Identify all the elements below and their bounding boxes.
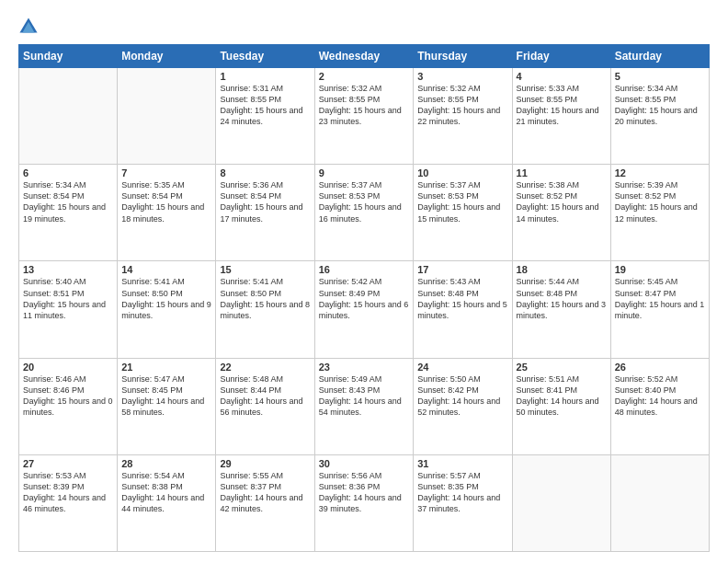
- calendar-cell: [610, 454, 709, 551]
- calendar-cell: 14Sunrise: 5:41 AM Sunset: 8:50 PM Dayli…: [118, 261, 216, 358]
- day-info: Sunrise: 5:37 AM Sunset: 8:53 PM Dayligh…: [319, 179, 410, 224]
- day-info: Sunrise: 5:35 AM Sunset: 8:54 PM Dayligh…: [121, 179, 211, 224]
- day-number: 9: [319, 167, 410, 178]
- day-number: 31: [417, 458, 507, 469]
- calendar-cell: 13Sunrise: 5:40 AM Sunset: 8:51 PM Dayli…: [19, 261, 118, 358]
- weekday-header: Wednesday: [314, 45, 414, 68]
- day-info: Sunrise: 5:41 AM Sunset: 8:50 PM Dayligh…: [121, 276, 211, 321]
- day-info: Sunrise: 5:54 AM Sunset: 8:38 PM Dayligh…: [121, 470, 211, 515]
- day-number: 14: [121, 264, 211, 275]
- weekday-header: Saturday: [610, 45, 709, 68]
- calendar-cell: 7Sunrise: 5:35 AM Sunset: 8:54 PM Daylig…: [118, 165, 216, 261]
- calendar-cell: 18Sunrise: 5:44 AM Sunset: 8:48 PM Dayli…: [512, 261, 610, 358]
- day-number: 21: [121, 362, 211, 373]
- day-info: Sunrise: 5:36 AM Sunset: 8:54 PM Dayligh…: [220, 179, 310, 224]
- day-number: 7: [121, 167, 211, 178]
- day-info: Sunrise: 5:57 AM Sunset: 8:35 PM Dayligh…: [417, 470, 507, 515]
- page: SundayMondayTuesdayWednesdayThursdayFrid…: [0, 0, 728, 563]
- weekday-header: Monday: [118, 45, 216, 68]
- day-info: Sunrise: 5:43 AM Sunset: 8:48 PM Dayligh…: [417, 276, 507, 321]
- day-info: Sunrise: 5:31 AM Sunset: 8:55 PM Dayligh…: [220, 83, 310, 128]
- day-number: 19: [615, 264, 705, 275]
- day-number: 29: [220, 458, 310, 469]
- day-number: 11: [517, 167, 607, 178]
- calendar-cell: 28Sunrise: 5:54 AM Sunset: 8:38 PM Dayli…: [118, 454, 216, 551]
- calendar-cell: 25Sunrise: 5:51 AM Sunset: 8:41 PM Dayli…: [512, 358, 610, 454]
- day-info: Sunrise: 5:49 AM Sunset: 8:43 PM Dayligh…: [319, 373, 410, 419]
- day-info: Sunrise: 5:42 AM Sunset: 8:49 PM Dayligh…: [319, 276, 410, 321]
- day-number: 18: [517, 264, 607, 275]
- calendar-cell: 16Sunrise: 5:42 AM Sunset: 8:49 PM Dayli…: [314, 261, 414, 358]
- calendar-cell: 15Sunrise: 5:41 AM Sunset: 8:50 PM Dayli…: [216, 261, 314, 358]
- day-number: 12: [615, 167, 705, 178]
- calendar-cell: [118, 68, 216, 165]
- calendar-week-row: 6Sunrise: 5:34 AM Sunset: 8:54 PM Daylig…: [19, 165, 710, 261]
- day-number: 27: [23, 458, 113, 469]
- calendar-cell: [19, 68, 118, 165]
- calendar-cell: 6Sunrise: 5:34 AM Sunset: 8:54 PM Daylig…: [19, 165, 118, 261]
- weekday-header: Sunday: [19, 45, 118, 68]
- day-info: Sunrise: 5:37 AM Sunset: 8:53 PM Dayligh…: [417, 179, 507, 224]
- day-info: Sunrise: 5:32 AM Sunset: 8:55 PM Dayligh…: [319, 83, 410, 128]
- calendar-cell: 12Sunrise: 5:39 AM Sunset: 8:52 PM Dayli…: [610, 165, 709, 261]
- day-info: Sunrise: 5:48 AM Sunset: 8:44 PM Dayligh…: [220, 373, 310, 419]
- calendar-week-row: 27Sunrise: 5:53 AM Sunset: 8:39 PM Dayli…: [19, 454, 710, 551]
- calendar: SundayMondayTuesdayWednesdayThursdayFrid…: [18, 44, 710, 552]
- calendar-cell: 29Sunrise: 5:55 AM Sunset: 8:37 PM Dayli…: [216, 454, 314, 551]
- calendar-cell: 17Sunrise: 5:43 AM Sunset: 8:48 PM Dayli…: [414, 261, 512, 358]
- calendar-cell: 24Sunrise: 5:50 AM Sunset: 8:42 PM Dayli…: [414, 358, 512, 454]
- weekday-header-row: SundayMondayTuesdayWednesdayThursdayFrid…: [19, 45, 710, 68]
- calendar-week-row: 20Sunrise: 5:46 AM Sunset: 8:46 PM Dayli…: [19, 358, 710, 454]
- calendar-cell: 19Sunrise: 5:45 AM Sunset: 8:47 PM Dayli…: [610, 261, 709, 358]
- calendar-cell: 1Sunrise: 5:31 AM Sunset: 8:55 PM Daylig…: [216, 68, 314, 165]
- day-number: 6: [23, 167, 113, 178]
- day-info: Sunrise: 5:45 AM Sunset: 8:47 PM Dayligh…: [615, 276, 705, 321]
- day-number: 10: [417, 167, 507, 178]
- calendar-cell: 27Sunrise: 5:53 AM Sunset: 8:39 PM Dayli…: [19, 454, 118, 551]
- calendar-cell: 11Sunrise: 5:38 AM Sunset: 8:52 PM Dayli…: [512, 165, 610, 261]
- calendar-cell: 26Sunrise: 5:52 AM Sunset: 8:40 PM Dayli…: [610, 358, 709, 454]
- day-number: 3: [417, 71, 507, 82]
- day-info: Sunrise: 5:53 AM Sunset: 8:39 PM Dayligh…: [23, 470, 113, 515]
- calendar-cell: [512, 454, 610, 551]
- day-info: Sunrise: 5:34 AM Sunset: 8:55 PM Dayligh…: [615, 83, 705, 128]
- day-number: 2: [319, 71, 410, 82]
- calendar-cell: 30Sunrise: 5:56 AM Sunset: 8:36 PM Dayli…: [314, 454, 414, 551]
- day-info: Sunrise: 5:32 AM Sunset: 8:55 PM Dayligh…: [417, 83, 507, 128]
- day-info: Sunrise: 5:38 AM Sunset: 8:52 PM Dayligh…: [517, 179, 607, 224]
- day-number: 8: [220, 167, 310, 178]
- calendar-cell: 2Sunrise: 5:32 AM Sunset: 8:55 PM Daylig…: [314, 68, 414, 165]
- day-info: Sunrise: 5:46 AM Sunset: 8:46 PM Dayligh…: [23, 373, 113, 419]
- logo: [18, 17, 42, 37]
- day-number: 25: [517, 362, 607, 373]
- calendar-cell: 8Sunrise: 5:36 AM Sunset: 8:54 PM Daylig…: [216, 165, 314, 261]
- day-info: Sunrise: 5:39 AM Sunset: 8:52 PM Dayligh…: [615, 179, 705, 224]
- day-info: Sunrise: 5:51 AM Sunset: 8:41 PM Dayligh…: [517, 373, 607, 419]
- day-number: 4: [517, 71, 607, 82]
- logo-icon: [18, 17, 39, 37]
- calendar-week-row: 13Sunrise: 5:40 AM Sunset: 8:51 PM Dayli…: [19, 261, 710, 358]
- day-info: Sunrise: 5:52 AM Sunset: 8:40 PM Dayligh…: [615, 373, 705, 419]
- day-number: 23: [319, 362, 410, 373]
- day-number: 28: [121, 458, 211, 469]
- day-number: 13: [23, 264, 113, 275]
- weekday-header: Thursday: [414, 45, 512, 68]
- header: [18, 17, 710, 37]
- day-number: 30: [319, 458, 410, 469]
- weekday-header: Tuesday: [216, 45, 314, 68]
- weekday-header: Friday: [512, 45, 610, 68]
- day-info: Sunrise: 5:56 AM Sunset: 8:36 PM Dayligh…: [319, 470, 410, 515]
- calendar-cell: 31Sunrise: 5:57 AM Sunset: 8:35 PM Dayli…: [414, 454, 512, 551]
- day-number: 1: [220, 71, 310, 82]
- calendar-cell: 3Sunrise: 5:32 AM Sunset: 8:55 PM Daylig…: [414, 68, 512, 165]
- day-info: Sunrise: 5:47 AM Sunset: 8:45 PM Dayligh…: [121, 373, 211, 419]
- day-info: Sunrise: 5:34 AM Sunset: 8:54 PM Dayligh…: [23, 179, 113, 224]
- day-number: 22: [220, 362, 310, 373]
- day-number: 17: [417, 264, 507, 275]
- calendar-cell: 21Sunrise: 5:47 AM Sunset: 8:45 PM Dayli…: [118, 358, 216, 454]
- day-info: Sunrise: 5:33 AM Sunset: 8:55 PM Dayligh…: [517, 83, 607, 128]
- calendar-week-row: 1Sunrise: 5:31 AM Sunset: 8:55 PM Daylig…: [19, 68, 710, 165]
- calendar-cell: 9Sunrise: 5:37 AM Sunset: 8:53 PM Daylig…: [314, 165, 414, 261]
- calendar-cell: 4Sunrise: 5:33 AM Sunset: 8:55 PM Daylig…: [512, 68, 610, 165]
- day-number: 15: [220, 264, 310, 275]
